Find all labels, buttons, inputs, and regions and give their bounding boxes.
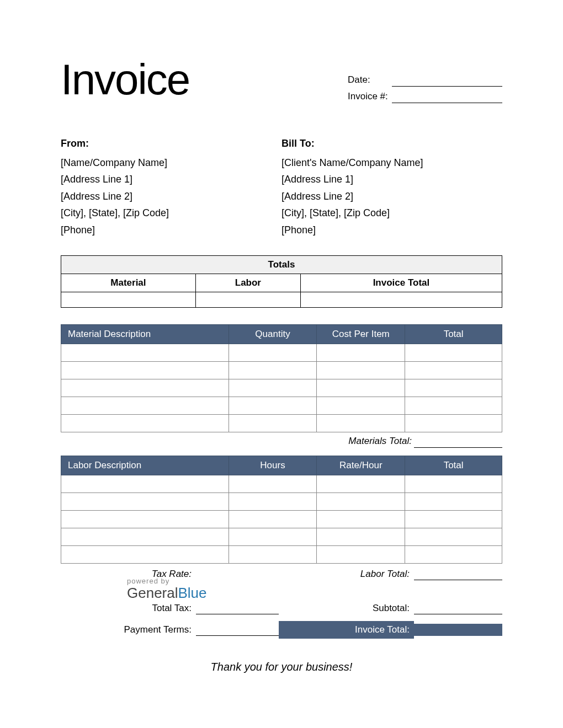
totals-labor-label: Labor	[195, 274, 300, 292]
invoice-number-label: Invoice #:	[331, 91, 392, 103]
table-row[interactable]	[61, 510, 502, 528]
total-tax-value[interactable]	[196, 602, 279, 614]
table-row[interactable]	[61, 344, 502, 361]
from-line: [Address Line 2]	[61, 188, 282, 205]
totals-material-label: Material	[61, 274, 196, 292]
materials-col-desc: Material Description	[61, 324, 229, 344]
bill-to-line: [Address Line 2]	[282, 188, 502, 205]
from-title: From:	[61, 135, 282, 152]
totals-invoice-value[interactable]	[300, 292, 502, 307]
bill-to-line: [Phone]	[282, 222, 502, 239]
from-block: From: [Name/Company Name] [Address Line …	[61, 135, 282, 239]
labor-col-total: Total	[405, 456, 502, 475]
totals-material-value[interactable]	[61, 292, 196, 307]
materials-total-label: Materials Total:	[326, 436, 414, 448]
brand-name-2: Blue	[178, 585, 207, 601]
bill-to-line: [City], [State], [Zip Code]	[282, 205, 502, 222]
powered-by-text: powered by	[127, 577, 207, 585]
invoice-total-value[interactable]	[414, 624, 502, 636]
totals-labor-value[interactable]	[195, 292, 300, 307]
bill-to-block: Bill To: [Client's Name/Company Name] [A…	[282, 135, 502, 239]
thank-you-text: Thank you for your business!	[61, 661, 502, 673]
subtotal-value[interactable]	[414, 602, 502, 614]
materials-col-qty: Quantity	[229, 324, 317, 344]
labor-total-value[interactable]	[414, 568, 502, 580]
address-section: From: [Name/Company Name] [Address Line …	[61, 135, 502, 239]
materials-table: Material Description Quantity Cost Per I…	[61, 324, 502, 432]
table-row[interactable]	[61, 528, 502, 545]
from-line: [Name/Company Name]	[61, 154, 282, 172]
totals-invoice-label: Invoice Total	[300, 274, 502, 292]
payment-terms-label: Payment Terms:	[61, 624, 196, 635]
bill-to-line: [Address Line 1]	[282, 171, 502, 188]
total-tax-label: Total Tax:	[61, 603, 196, 614]
from-line: [City], [State], [Zip Code]	[61, 205, 282, 222]
invoice-total-label: Invoice Total:	[279, 621, 414, 639]
labor-total-label: Labor Total:	[279, 569, 414, 580]
page-title: Invoice	[61, 58, 331, 101]
meta-block: Date: Invoice #:	[331, 58, 502, 108]
date-label: Date:	[331, 74, 392, 87]
subtotal-label: Subtotal:	[279, 603, 414, 614]
table-row[interactable]	[61, 545, 502, 563]
invoice-number-value[interactable]	[392, 91, 502, 103]
from-line: [Phone]	[61, 222, 282, 239]
materials-subtotal-row: Materials Total:	[61, 436, 502, 448]
brand-logo: powered by GeneralBlue	[127, 577, 207, 601]
table-row[interactable]	[61, 475, 502, 493]
table-row[interactable]	[61, 361, 502, 379]
bill-to-title: Bill To:	[282, 135, 502, 152]
totals-header: Totals	[61, 255, 502, 274]
labor-col-desc: Labor Description	[61, 456, 229, 475]
bill-to-line: [Client's Name/Company Name]	[282, 154, 502, 172]
totals-summary-table: Totals Material Labor Invoice Total	[61, 255, 502, 308]
table-row[interactable]	[61, 414, 502, 432]
labor-col-rate: Rate/Hour	[317, 456, 405, 475]
tax-rate-value[interactable]	[196, 568, 279, 580]
brand-name-1: General	[127, 585, 178, 601]
date-value[interactable]	[392, 74, 502, 87]
labor-col-hours: Hours	[229, 456, 317, 475]
table-row[interactable]	[61, 493, 502, 510]
header: Invoice Date: Invoice #:	[61, 58, 502, 108]
materials-col-cost: Cost Per Item	[317, 324, 405, 344]
from-line: [Address Line 1]	[61, 171, 282, 188]
payment-terms-value[interactable]	[196, 624, 279, 636]
table-row[interactable]	[61, 397, 502, 414]
table-row[interactable]	[61, 379, 502, 397]
materials-col-total: Total	[405, 324, 502, 344]
labor-table: Labor Description Hours Rate/Hour Total	[61, 456, 502, 564]
materials-total-value[interactable]	[414, 436, 502, 448]
